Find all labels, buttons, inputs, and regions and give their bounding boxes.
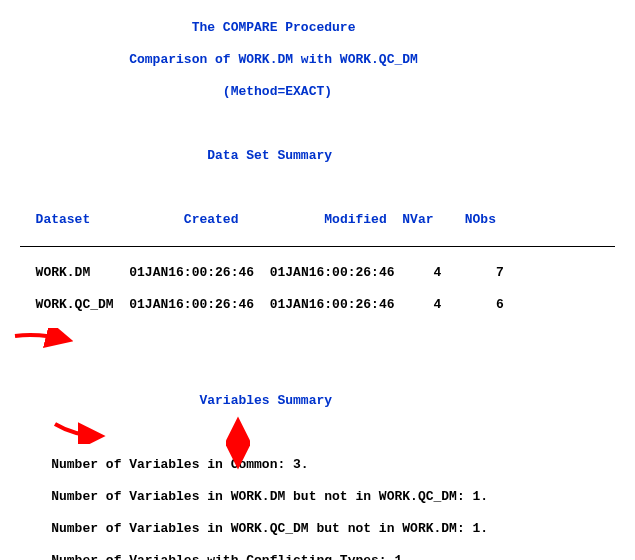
dataset-header-row: Dataset Created Modified NVar NObs xyxy=(20,212,615,228)
divider xyxy=(20,246,615,247)
summary-line: Number of Variables in WORK.DM but not i… xyxy=(20,489,615,505)
blank-line xyxy=(20,361,615,377)
summary-line: Number of Variables in Common: 3. xyxy=(20,457,615,473)
blank-line xyxy=(20,329,615,345)
proc-title: The COMPARE Procedure xyxy=(20,20,615,36)
section-title-vars: Variables Summary xyxy=(20,393,615,409)
proc-subtitle: Comparison of WORK.DM with WORK.QC_DM xyxy=(20,52,615,68)
table-row: WORK.QC_DM 01JAN16:00:26:46 01JAN16:00:2… xyxy=(20,297,615,313)
blank-line xyxy=(20,425,615,441)
summary-line: Number of Variables in WORK.QC_DM but no… xyxy=(20,521,615,537)
proc-method: (Method=EXACT) xyxy=(20,84,615,100)
blank-line xyxy=(20,116,615,132)
summary-line: Number of Variables with Conflicting Typ… xyxy=(20,553,615,560)
section-title-dataset: Data Set Summary xyxy=(20,148,615,164)
blank-line xyxy=(20,180,615,196)
table-row: WORK.DM 01JAN16:00:26:46 01JAN16:00:26:4… xyxy=(20,265,615,281)
compare-output: The COMPARE Procedure Comparison of WORK… xyxy=(0,0,635,560)
